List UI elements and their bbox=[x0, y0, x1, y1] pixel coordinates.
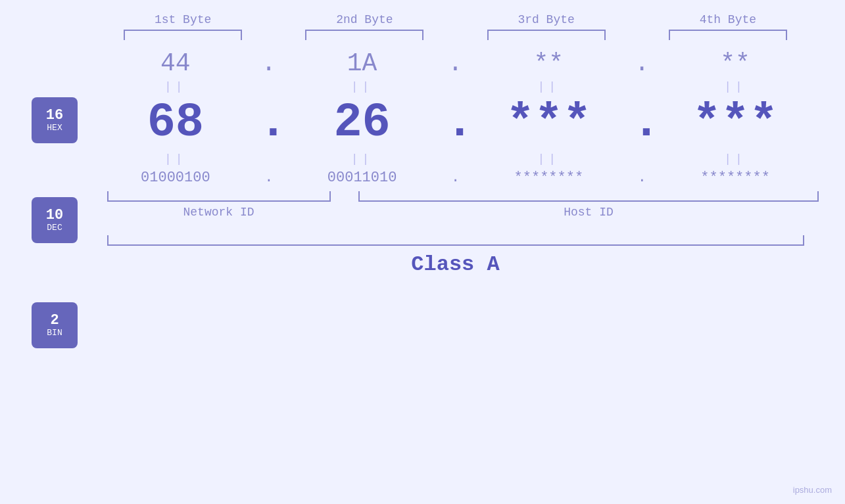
hex-b1-value: 44 bbox=[160, 49, 191, 78]
byte-headers: 1st Byte 2nd Byte 3rd Byte 4th Byte bbox=[0, 13, 845, 26]
network-id-bracket-wrap: Network ID bbox=[92, 191, 345, 219]
byte3-top-bracket bbox=[487, 30, 606, 40]
dec-b1-value: 68 bbox=[147, 96, 204, 150]
host-bracket bbox=[358, 191, 819, 202]
hex-b4-group: ** bbox=[652, 49, 819, 78]
pipe8: || bbox=[652, 152, 819, 166]
dec-badge-num: 10 bbox=[46, 208, 63, 223]
dec-b1-group: 68 bbox=[92, 96, 259, 150]
byte2-top-bracket bbox=[305, 30, 423, 40]
host-id-bracket-wrap: Host ID bbox=[358, 191, 819, 219]
watermark: ipshu.com bbox=[793, 485, 832, 495]
bin-b2-group: 00011010 bbox=[279, 170, 446, 186]
hex-badge-num: 16 bbox=[46, 108, 63, 124]
bin-sep3: . bbox=[632, 170, 652, 186]
pipe5: || bbox=[92, 152, 259, 166]
bottom-brackets-row: Network ID Host ID bbox=[0, 191, 845, 219]
full-bottom-bracket-row: Class A bbox=[0, 235, 845, 277]
class-label: Class A bbox=[411, 252, 499, 277]
main-container: 16 HEX 10 DEC 2 BIN 1st Byte 2nd Byte 3r… bbox=[0, 0, 845, 504]
hex-b2-value: 1A bbox=[347, 49, 377, 78]
dec-b3-group: *** bbox=[466, 96, 633, 150]
dec-row: 68 . 26 . *** . *** bbox=[0, 96, 845, 150]
pipe2: || bbox=[279, 80, 446, 93]
pipe6: || bbox=[279, 152, 446, 166]
bin-b1-group: 01000100 bbox=[92, 170, 259, 186]
bin-sep1: . bbox=[259, 170, 279, 186]
hex-b2-group: 1A bbox=[279, 49, 446, 78]
hex-sep3: . bbox=[632, 49, 652, 78]
byte1-top-bracket bbox=[124, 30, 242, 40]
byte1-header: 1st Byte bbox=[107, 13, 258, 26]
hex-sep2: . bbox=[446, 49, 466, 78]
hex-b1-group: 44 bbox=[92, 49, 259, 78]
bin-row: 01000100 . 00011010 . ******** . *******… bbox=[0, 170, 845, 186]
pipe1: || bbox=[92, 80, 259, 93]
dec-b2-group: 26 bbox=[279, 96, 446, 150]
bin-b3-value: ******** bbox=[514, 170, 584, 186]
bin-b3-group: ******** bbox=[466, 170, 633, 186]
pipes-dec-bin: || || || || bbox=[0, 152, 845, 166]
hex-b3-value: ** bbox=[534, 49, 564, 78]
byte4-top-bracket bbox=[669, 30, 787, 40]
bin-b2-value: 00011010 bbox=[327, 170, 397, 186]
bin-b4-value: ******** bbox=[700, 170, 770, 186]
host-id-label: Host ID bbox=[564, 206, 614, 219]
full-bracket bbox=[107, 235, 804, 246]
pipe3: || bbox=[466, 80, 633, 93]
dec-badge-label: DEC bbox=[47, 223, 62, 233]
dec-b2-value: 26 bbox=[333, 96, 390, 150]
dec-sep3: . bbox=[632, 96, 652, 150]
hex-row: 44 . 1A . ** . ** bbox=[0, 49, 845, 78]
pipe7: || bbox=[466, 152, 633, 166]
dec-b4-group: *** bbox=[652, 96, 819, 150]
dec-b4-value: *** bbox=[692, 96, 778, 150]
pipes-hex-dec: || || || || bbox=[0, 80, 845, 93]
hex-sep1: . bbox=[259, 49, 279, 78]
hex-badge: 16 HEX bbox=[32, 97, 78, 143]
bin-badge-num: 2 bbox=[50, 313, 59, 329]
bin-badge-label: BIN bbox=[47, 329, 62, 338]
hex-b4-value: ** bbox=[720, 49, 750, 78]
network-bracket bbox=[107, 191, 331, 202]
bin-b1-value: 01000100 bbox=[141, 170, 210, 186]
network-id-label: Network ID bbox=[183, 206, 254, 219]
top-brackets bbox=[0, 30, 845, 40]
byte4-header: 4th Byte bbox=[652, 13, 804, 26]
hex-badge-label: HEX bbox=[47, 124, 62, 133]
dec-sep1: . bbox=[259, 96, 279, 150]
bin-b4-group: ******** bbox=[652, 170, 819, 186]
bin-badge: 2 BIN bbox=[32, 302, 78, 348]
hex-b3-group: ** bbox=[466, 49, 633, 78]
byte3-header: 3rd Byte bbox=[471, 13, 622, 26]
dec-b3-value: *** bbox=[506, 96, 592, 150]
bin-sep2: . bbox=[446, 170, 466, 186]
dec-badge: 10 DEC bbox=[32, 197, 78, 243]
byte2-header: 2nd Byte bbox=[289, 13, 440, 26]
pipe4: || bbox=[652, 80, 819, 93]
dec-sep2: . bbox=[446, 96, 466, 150]
